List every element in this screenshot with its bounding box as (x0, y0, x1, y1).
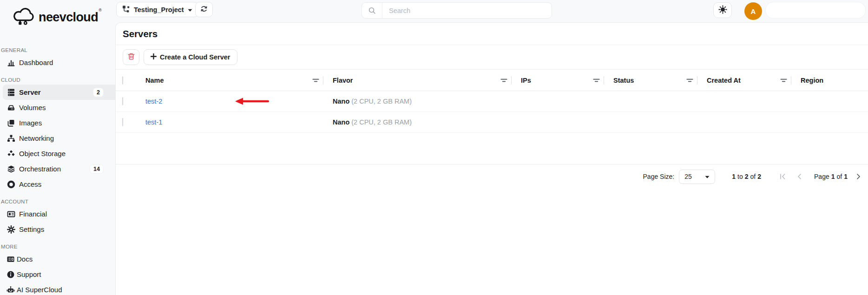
server-name-link[interactable]: test-2 (145, 98, 162, 105)
sidebar-item-label: Docs (17, 255, 33, 263)
filter-icon[interactable] (500, 77, 507, 84)
page-size-select[interactable]: 25 (679, 170, 715, 184)
column-divider (511, 76, 512, 85)
sidebar-nav: GENERAL Dashboard CLOUD Server 2 (0, 47, 115, 295)
column-header-flavor: Flavor (333, 77, 353, 84)
brand-name: neevcloud® (39, 10, 101, 25)
topbar: Testing_Project (115, 0, 868, 22)
volumes-icon (7, 104, 15, 112)
flavor-name: Nano (333, 118, 349, 126)
brand-logo[interactable]: neevcloud® (0, 0, 115, 29)
refresh-icon (200, 5, 208, 14)
select-all-checkbox[interactable] (122, 76, 123, 85)
prev-page-icon[interactable] (797, 174, 802, 179)
filter-icon[interactable] (593, 77, 600, 84)
column-header-status: Status (613, 77, 634, 84)
sidebar-item-label: Orchestration (19, 165, 61, 173)
sidebar-item-label: Images (19, 119, 42, 127)
caret-down-icon (705, 173, 710, 180)
column-header-name: Name (145, 77, 164, 84)
ai-supercloud-icon (7, 286, 15, 294)
server-icon (7, 88, 15, 97)
create-cloud-server-button[interactable]: Create a Cloud Server (144, 49, 237, 65)
sidebar-item-images[interactable]: Images (3, 115, 115, 131)
sidebar-item-dashboard[interactable]: Dashboard (3, 55, 115, 70)
server-count-badge: 2 (93, 88, 103, 97)
page-header: Servers (116, 23, 868, 45)
registered-mark: ® (99, 8, 101, 13)
refresh-button[interactable] (195, 2, 213, 17)
flavor-name: Nano (333, 98, 349, 105)
sidebar: neevcloud® GENERAL Dashboard CLOUD Serve… (0, 0, 115, 295)
row-checkbox[interactable] (122, 97, 123, 105)
sidebar-item-access[interactable]: Access (3, 177, 115, 192)
sidebar-item-settings[interactable]: Settings (3, 222, 115, 237)
page-title: Servers (123, 28, 158, 39)
next-page-icon[interactable] (856, 174, 861, 179)
section-label-general: GENERAL (1, 47, 115, 53)
server-name-link[interactable]: test-1 (145, 118, 162, 126)
project-selector[interactable]: Testing_Project (116, 2, 198, 17)
access-icon (7, 180, 15, 189)
sidebar-item-server[interactable]: Server 2 (3, 85, 115, 100)
images-icon (7, 119, 15, 127)
settings-icon (7, 225, 15, 234)
sidebar-item-docs[interactable]: Docs (3, 251, 115, 267)
row-range-text: 1to2of2 (732, 173, 761, 180)
search-input[interactable] (382, 3, 552, 18)
neevcloud-logo-icon (11, 6, 35, 29)
filter-icon[interactable] (312, 77, 319, 84)
topbar-right-panel (766, 2, 865, 18)
sidebar-item-label: Networking (19, 134, 54, 142)
dashboard-icon (7, 59, 15, 67)
project-icon (122, 5, 130, 14)
section-label-account: ACCOUNT (1, 199, 115, 204)
sidebar-item-label: Server (19, 88, 41, 96)
docs-icon (7, 255, 15, 263)
main-content: Servers Create a Cloud Server Name (115, 22, 868, 295)
column-header-created-at: Created At (707, 77, 741, 84)
financial-icon (7, 210, 15, 218)
orchestration-count-badge: 14 (90, 165, 103, 173)
caret-down-icon (188, 6, 192, 13)
column-divider (604, 76, 604, 85)
servers-toolbar: Create a Cloud Server (116, 45, 868, 70)
plus-icon (151, 53, 157, 61)
sidebar-item-financial[interactable]: Financial (3, 206, 115, 222)
sidebar-item-label: Access (19, 180, 41, 188)
theme-toggle-button[interactable] (713, 2, 732, 18)
search-bar (362, 2, 552, 19)
row-checkbox[interactable] (122, 118, 123, 126)
sidebar-item-networking[interactable]: Networking (3, 131, 115, 146)
project-name: Testing_Project (134, 6, 184, 13)
filter-icon[interactable] (780, 77, 787, 84)
table-row: test-1 Nano(2 CPU, 2 GB RAM) (116, 112, 868, 133)
column-divider (791, 76, 791, 85)
sidebar-item-label: Volumes (19, 104, 46, 111)
column-header-region: Region (801, 77, 823, 84)
sidebar-item-label: AI SuperCloud (17, 286, 62, 294)
sidebar-item-label: Object Storage (19, 150, 66, 157)
sidebar-item-orchestration[interactable]: Orchestration 14 (3, 161, 115, 177)
column-divider (323, 76, 323, 85)
sidebar-item-ai-supercloud[interactable]: AI SuperCloud (3, 282, 115, 295)
sidebar-item-volumes[interactable]: Volumes (3, 100, 115, 115)
search-icon (362, 3, 382, 18)
filter-icon[interactable] (686, 77, 693, 84)
sidebar-item-object-storage[interactable]: Object Storage (3, 146, 115, 161)
section-label-cloud: CLOUD (1, 77, 115, 83)
networking-icon (7, 134, 15, 143)
page-indicator-text: Page1of1 (814, 173, 848, 180)
sidebar-item-label: Financial (19, 210, 47, 218)
first-page-icon[interactable] (780, 174, 786, 179)
sidebar-item-support[interactable]: Support (3, 267, 115, 282)
flavor-detail: (2 CPU, 2 GB RAM) (351, 98, 412, 105)
avatar[interactable]: A (744, 2, 762, 20)
column-header-ips: IPs (521, 77, 531, 84)
table-empty-space (116, 133, 868, 164)
orchestration-icon (7, 165, 15, 173)
page-size-label: Page Size: (643, 173, 675, 180)
sidebar-item-label: Settings (19, 225, 44, 233)
table-row: test-2 Nano(2 CPU, 2 GB RAM) (116, 91, 868, 112)
delete-button[interactable] (123, 49, 139, 65)
